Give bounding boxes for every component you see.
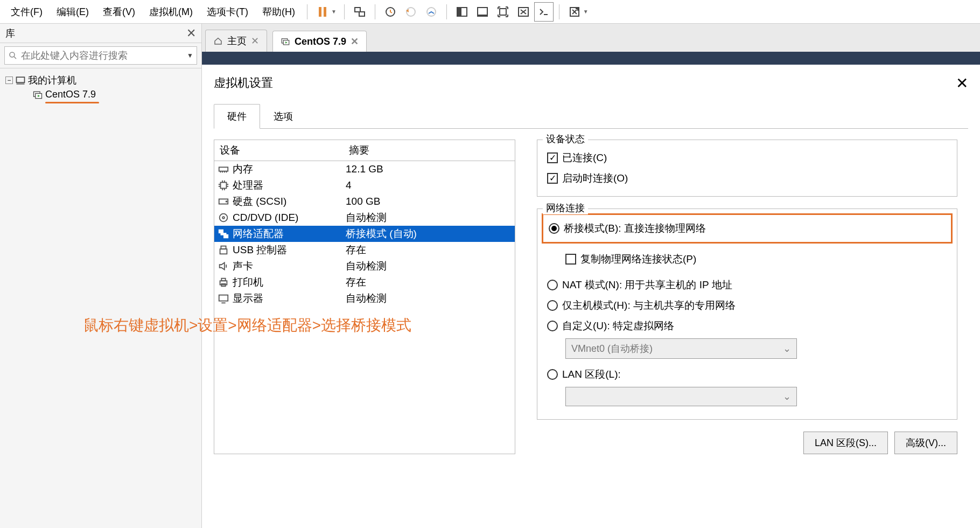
custom-vmnet-select[interactable]: VMnet0 (自动桥接) ⌄ [565, 338, 797, 359]
radio-bridged[interactable]: 桥接模式(B): 直接连接物理网络 [549, 218, 946, 239]
connected-label: 已连接(C) [562, 151, 607, 165]
tab-vm[interactable]: CentOS 7.9 ✕ [272, 31, 367, 52]
hardware-table-head: 设备 摘要 [214, 140, 515, 161]
separator [446, 4, 447, 19]
vm-tree: − 我的计算机 CentOS 7.9 [0, 68, 201, 106]
menu-view[interactable]: 查看(V) [96, 2, 142, 22]
dialog-body: 设备 摘要 内存 12.1 GB 处理器 4 硬盘 (SCSI) 100 GB [214, 129, 968, 454]
lan-segments-button[interactable]: LAN 区段(S)... [803, 432, 888, 454]
svg-rect-29 [221, 182, 227, 188]
check-icon: ✓ [547, 173, 558, 184]
annotation-text: 鼠标右键虚拟机>设置>网络适配器>选择桥接模式 [83, 315, 411, 336]
content-header-strip [202, 52, 980, 65]
button-row: LAN 区段(S)... 高级(V)... [537, 432, 957, 454]
sidebar-close-icon[interactable]: ✕ [186, 26, 196, 40]
tree-root-label: 我的计算机 [28, 74, 76, 87]
hdd-icon [218, 196, 229, 207]
hw-summary: 存在 [344, 243, 515, 257]
svg-rect-0 [319, 7, 321, 17]
sidebar: 库 ✕ ▼ − 我的计算机 CentOS 7.9 [0, 24, 202, 528]
content-area: 主页 ✕ CentOS 7.9 ✕ 虚拟机设置 ✕ 硬件 选项 [202, 24, 980, 528]
radio-nat[interactable]: NAT 模式(N): 用于共享主机的 IP 地址 [547, 275, 947, 295]
manage-snapshot-icon[interactable] [422, 2, 441, 22]
svg-rect-24 [219, 167, 228, 171]
svg-point-39 [226, 201, 227, 202]
snapshot-icon[interactable] [381, 2, 400, 22]
revert-icon[interactable] [401, 2, 421, 22]
unity-icon[interactable] [514, 2, 533, 22]
stretch-icon[interactable] [565, 2, 584, 22]
single-view-icon[interactable] [473, 2, 492, 22]
vm-icon [281, 37, 290, 46]
hw-summary: 桥接模式 (自动) [344, 227, 515, 241]
hw-row-cddvd[interactable]: CD/DVD (IDE) 自动检测 [214, 210, 515, 226]
hw-row-cpu[interactable]: 处理器 4 [214, 177, 515, 193]
hw-name: USB 控制器 [233, 243, 287, 257]
dialog-tab-hardware[interactable]: 硬件 [214, 104, 260, 129]
split-left-icon[interactable] [452, 2, 472, 22]
lan-segment-select[interactable]: ⌄ [565, 387, 797, 406]
tab-home-label: 主页 [227, 34, 247, 47]
radio-icon [547, 369, 558, 380]
custom-label: 自定义(U): 特定虚拟网络 [562, 319, 674, 333]
hw-summary: 自动检测 [344, 211, 515, 225]
pause-icon[interactable] [313, 2, 332, 22]
svg-rect-8 [457, 8, 461, 16]
fullscreen-icon[interactable] [493, 2, 513, 22]
replicate-checkbox[interactable]: 复制物理网络连接状态(P) [547, 249, 947, 269]
hw-row-hdd[interactable]: 硬盘 (SCSI) 100 GB [214, 193, 515, 210]
tree-root[interactable]: − 我的计算机 [5, 73, 196, 88]
sound-icon [218, 260, 229, 272]
send-keys-icon[interactable] [350, 2, 369, 22]
tree-item-vm[interactable]: CentOS 7.9 [5, 88, 196, 101]
radio-icon [547, 321, 558, 331]
bridged-label: 桥接模式(B): 直接连接物理网络 [564, 221, 706, 235]
connect-on-power-checkbox[interactable]: ✓ 启动时连接(O) [547, 168, 947, 189]
console-icon[interactable] [534, 2, 554, 22]
hw-row-memory[interactable]: 内存 12.1 GB [214, 161, 515, 177]
connect-on-power-label: 启动时连接(O) [562, 171, 628, 185]
radio-hostonly[interactable]: 仅主机模式(H): 与主机共享的专用网络 [547, 295, 947, 316]
hw-name: 处理器 [233, 178, 263, 192]
tab-close-icon[interactable]: ✕ [351, 36, 359, 47]
menu-edit[interactable]: 编辑(E) [50, 2, 95, 22]
menu-tabs[interactable]: 选项卡(T) [200, 2, 255, 22]
hw-row-printer[interactable]: 打印机 存在 [214, 274, 515, 290]
hw-row-sound[interactable]: 声卡 自动检测 [214, 258, 515, 274]
collapse-icon[interactable]: − [5, 77, 13, 84]
hostonly-label: 仅主机模式(H): 与主机共享的专用网络 [562, 298, 736, 312]
advanced-button[interactable]: 高级(V)... [894, 432, 957, 454]
hw-name: CD/DVD (IDE) [233, 212, 298, 224]
search-input[interactable] [21, 50, 185, 61]
svg-rect-42 [219, 230, 223, 233]
menu-help[interactable]: 帮助(H) [256, 2, 302, 22]
display-icon [218, 293, 229, 304]
radio-custom[interactable]: 自定义(U): 特定虚拟网络 [547, 316, 947, 336]
hw-row-network[interactable]: 网络适配器 桥接模式 (自动) [214, 226, 515, 242]
hw-name: 显示器 [233, 291, 263, 305]
radio-lan[interactable]: LAN 区段(L): [547, 364, 947, 385]
hw-summary: 4 [344, 179, 515, 191]
tab-home[interactable]: 主页 ✕ [205, 30, 267, 52]
dialog-close-icon[interactable]: ✕ [956, 74, 968, 92]
hw-row-usb[interactable]: USB 控制器 存在 [214, 242, 515, 258]
svg-point-40 [220, 214, 228, 222]
search-dropdown-icon[interactable]: ▼ [187, 52, 193, 59]
svg-rect-11 [500, 9, 506, 15]
separator [375, 4, 375, 19]
replicate-label: 复制物理网络连接状态(P) [580, 252, 696, 266]
dialog-tab-options[interactable]: 选项 [260, 104, 306, 129]
check-icon: ✓ [547, 152, 558, 163]
menu-vm[interactable]: 虚拟机(M) [143, 2, 199, 22]
sidebar-header: 库 ✕ [0, 24, 201, 43]
hardware-table: 设备 摘要 内存 12.1 GB 处理器 4 硬盘 (SCSI) 100 GB [214, 140, 515, 454]
menu-file[interactable]: 文件(F) [4, 2, 49, 22]
hw-row-display[interactable]: 显示器 自动检测 [214, 290, 515, 307]
device-status-title: 设备状态 [543, 133, 588, 145]
chevron-down-icon: ⌄ [783, 343, 791, 355]
connected-checkbox[interactable]: ✓ 已连接(C) [547, 148, 947, 168]
radio-selected-icon [549, 223, 559, 234]
tab-close-icon[interactable]: ✕ [251, 35, 259, 47]
hw-summary: 12.1 GB [344, 163, 515, 175]
search-box[interactable]: ▼ [4, 46, 197, 65]
